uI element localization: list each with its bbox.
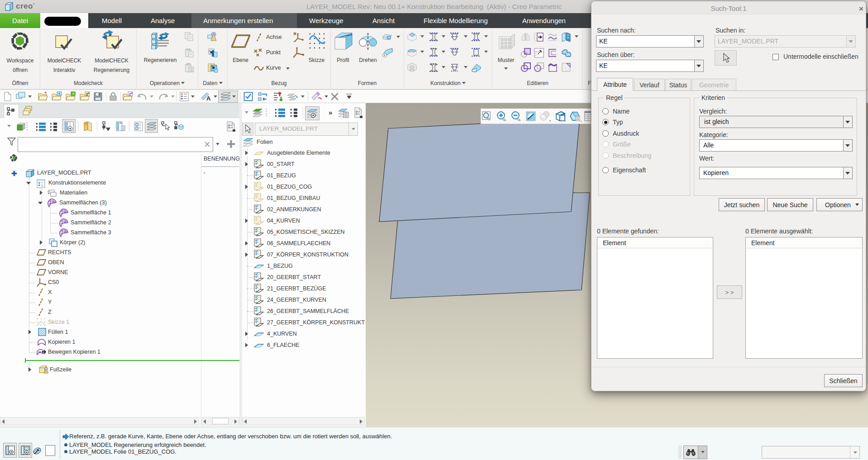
svg-text:A: A (206, 95, 211, 101)
svg-text:z: z (86, 92, 88, 96)
svg-text:z: z (129, 92, 131, 96)
